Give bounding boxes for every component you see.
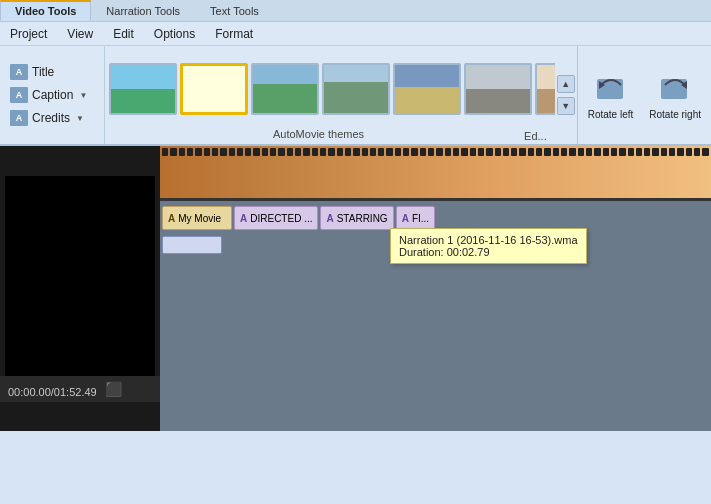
starring-caption-icon: A: [326, 213, 333, 224]
theme-thumb-5[interactable]: [393, 63, 461, 115]
film-hole: [403, 148, 409, 156]
film-hole: [411, 148, 417, 156]
film-hole: [511, 148, 517, 156]
film-hole: [386, 148, 392, 156]
film-hole: [229, 148, 235, 156]
film-hole: [303, 148, 309, 156]
caption-button[interactable]: A Caption ▼: [6, 85, 98, 105]
credits-button[interactable]: A Credits ▼: [6, 108, 98, 128]
theme-thumb-2[interactable]: [180, 63, 248, 115]
audio-block[interactable]: [162, 236, 222, 254]
film-hole: [262, 148, 268, 156]
theme-thumb-4[interactable]: [322, 63, 390, 115]
directed-caption-block[interactable]: A DIRECTED ...: [234, 206, 318, 230]
film-hole: [561, 148, 567, 156]
film-strip: [160, 146, 711, 201]
themes-row: [105, 46, 555, 128]
film-hole: [270, 148, 276, 156]
caption-icon: A: [10, 87, 28, 103]
film-hole: [345, 148, 351, 156]
credits-label: Credits: [32, 111, 70, 125]
theme-thumb-3[interactable]: [251, 63, 319, 115]
tooltip-filename: Narration 1 (2016-11-16 16-53).wma: [399, 234, 578, 246]
film-hole: [553, 148, 559, 156]
menu-project[interactable]: Project: [0, 24, 57, 44]
film-hole: [478, 148, 484, 156]
film-hole: [204, 148, 210, 156]
themes-scroll: ▲ ▼: [555, 46, 577, 144]
title-label: Title: [32, 65, 54, 79]
menu-format[interactable]: Format: [205, 24, 263, 44]
film-hole: [378, 148, 384, 156]
film-hole: [320, 148, 326, 156]
rotate-left-label: Rotate left: [588, 109, 634, 120]
starring-caption-block[interactable]: A STARRING: [320, 206, 393, 230]
film-hole: [486, 148, 492, 156]
fi-caption-block[interactable]: A FI...: [396, 206, 435, 230]
ribbon-themes: AutoMovie themes Ed...: [105, 46, 555, 144]
menu-bar: Project View Edit Options Format: [0, 22, 711, 46]
tab-bar: Video Tools Narration Tools Text Tools: [0, 0, 711, 22]
theme-thumb-6[interactable]: [464, 63, 532, 115]
caption-label: Caption: [32, 88, 73, 102]
theme-thumb-1[interactable]: [109, 63, 177, 115]
film-hole: [295, 148, 301, 156]
film-hole: [220, 148, 226, 156]
credits-icon: A: [10, 110, 28, 126]
film-hole: [353, 148, 359, 156]
film-hole: [328, 148, 334, 156]
film-hole: [677, 148, 683, 156]
title-caption-text: My Movie: [178, 213, 221, 224]
film-hole: [245, 148, 251, 156]
narration-tooltip: Narration 1 (2016-11-16 16-53).wma Durat…: [390, 228, 587, 264]
film-hole: [686, 148, 692, 156]
preview-timecode: 00:00.00/01:52.49: [8, 386, 97, 398]
film-hole: [395, 148, 401, 156]
film-holes-top: [160, 146, 711, 158]
themes-scroll-up[interactable]: ▲: [557, 75, 575, 93]
directed-caption-text: DIRECTED ...: [250, 213, 312, 224]
svg-rect-0: [597, 79, 623, 99]
film-hole: [445, 148, 451, 156]
film-hole: [278, 148, 284, 156]
menu-view[interactable]: View: [57, 24, 103, 44]
fi-caption-text: FI...: [412, 213, 429, 224]
rotate-right-button[interactable]: Rotate right: [643, 67, 707, 124]
film-hole: [661, 148, 667, 156]
title-button[interactable]: A Title: [6, 62, 98, 82]
themes-scroll-down[interactable]: ▼: [557, 97, 575, 115]
theme-thumb-7[interactable]: [535, 63, 555, 115]
menu-options[interactable]: Options: [144, 24, 205, 44]
rotate-right-icon: [657, 71, 693, 107]
expand-icon[interactable]: ⬛: [105, 381, 122, 397]
film-hole: [519, 148, 525, 156]
film-hole: [495, 148, 501, 156]
fi-caption-icon: A: [402, 213, 409, 224]
preview-screen: [5, 176, 155, 376]
film-hole: [362, 148, 368, 156]
tab-narration-tools-label: Narration Tools: [106, 5, 180, 17]
tab-text-tools[interactable]: Text Tools: [195, 0, 274, 21]
rotate-left-button[interactable]: Rotate left: [582, 67, 640, 124]
ribbon-text-tools: A Title A Caption ▼ A Credits ▼: [0, 46, 105, 144]
film-hole: [470, 148, 476, 156]
film-hole: [195, 148, 201, 156]
film-hole: [619, 148, 625, 156]
tab-video-tools[interactable]: Video Tools: [0, 0, 91, 21]
main-content: 00:00.00/01:52.49 ⬛: [0, 146, 711, 431]
film-hole: [187, 148, 193, 156]
film-hole: [436, 148, 442, 156]
tab-video-tools-label: Video Tools: [15, 5, 76, 17]
film-hole: [644, 148, 650, 156]
film-hole: [628, 148, 634, 156]
film-hole: [212, 148, 218, 156]
film-hole: [237, 148, 243, 156]
film-hole: [337, 148, 343, 156]
tab-narration-tools[interactable]: Narration Tools: [91, 0, 195, 21]
film-hole: [603, 148, 609, 156]
menu-edit[interactable]: Edit: [103, 24, 144, 44]
film-hole: [170, 148, 176, 156]
title-caption-icon: A: [168, 213, 175, 224]
tab-text-tools-label: Text Tools: [210, 5, 259, 17]
title-caption-block[interactable]: A My Movie: [162, 206, 232, 230]
